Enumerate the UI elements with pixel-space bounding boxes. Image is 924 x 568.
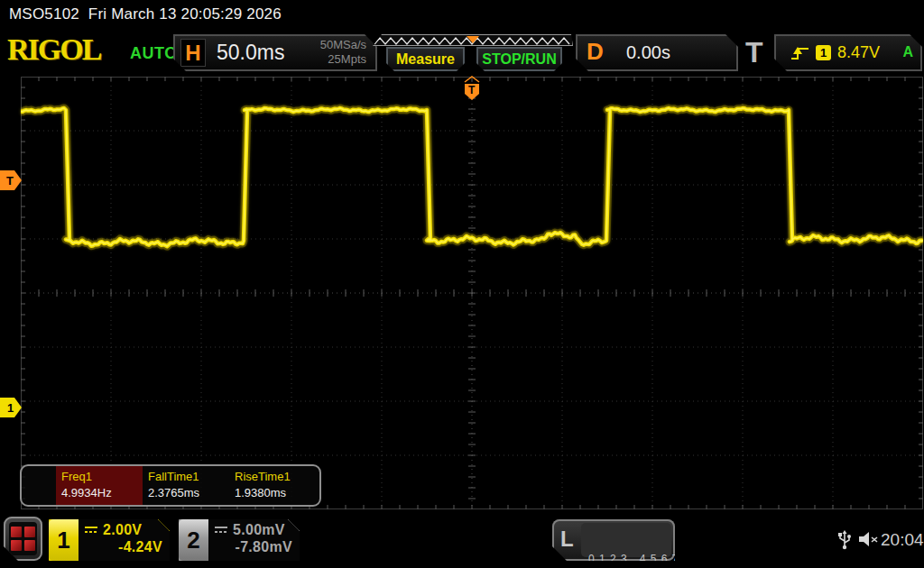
channel2-scale: 5.00mV bbox=[233, 522, 285, 538]
measurement-label: RiseTime1 bbox=[235, 470, 314, 483]
measurement-label: Freq1 bbox=[61, 470, 141, 483]
channel1-position-marker-label: 1 bbox=[7, 401, 14, 415]
datetime: Fri March 13 20:05:29 2026 bbox=[88, 5, 282, 23]
acquisition-mode-label: AUTO bbox=[130, 44, 178, 63]
measurement-value: 1.9380ms bbox=[235, 486, 314, 499]
waveform-display bbox=[21, 77, 923, 509]
measurement-label: FallTime1 bbox=[148, 470, 227, 483]
sample-rate-memdepth: 50MSa/s 25Mpts bbox=[320, 38, 366, 67]
oscilloscope-screen: MSO5102 Fri March 13 20:05:29 2026 RIGOL… bbox=[0, 0, 924, 568]
channel1-scale: 2.00V bbox=[103, 522, 142, 538]
logic-channels-row1: 0 1 2 3 4 5 6 7 bbox=[588, 553, 671, 566]
measure-button[interactable]: Measure bbox=[386, 47, 465, 71]
rigol-logo: RIGOL bbox=[7, 32, 100, 67]
sound-muted-icon[interactable] bbox=[857, 530, 879, 548]
trigger-source-badge: 1 bbox=[816, 45, 831, 60]
dc-coupling-icon bbox=[84, 526, 98, 535]
sample-rate: 50MSa/s bbox=[320, 38, 366, 52]
delay-value: 0.00s bbox=[626, 42, 670, 63]
menu-grid-button[interactable] bbox=[4, 517, 42, 561]
menu-grid-icon bbox=[9, 522, 37, 555]
dc-coupling-icon bbox=[214, 526, 228, 535]
memory-depth: 25Mpts bbox=[320, 52, 366, 67]
channel1-status-box[interactable]: 1 2.00V -4.24V bbox=[49, 519, 170, 561]
measurement-item-freq1[interactable]: Freq14.9934Hz bbox=[56, 466, 143, 505]
trigger-level-marker-label: T bbox=[6, 174, 14, 188]
usb-icon bbox=[837, 530, 852, 550]
trigger-sweep-mode: A bbox=[902, 44, 913, 60]
channel1-offset: -4.24V bbox=[84, 539, 162, 555]
delay-label: D bbox=[587, 38, 604, 66]
measurement-item-risetime1[interactable]: RiseTime11.9380ms bbox=[229, 466, 316, 505]
delay-panel[interactable]: D 0.00s bbox=[576, 34, 738, 71]
trigger-slope-icon bbox=[790, 44, 810, 62]
trigger-level-marker[interactable]: T bbox=[0, 169, 23, 191]
horizontal-label: H bbox=[180, 39, 206, 67]
channel2-number: 2 bbox=[179, 519, 208, 561]
memory-position-bar[interactable] bbox=[373, 34, 573, 46]
trigger-panel[interactable]: 1 8.47V A bbox=[774, 34, 922, 71]
logic-channel-list: 0 1 2 3 4 5 6 7 8 9 10 11 12 13 14 15 bbox=[581, 523, 671, 557]
measurement-value: 2.3765ms bbox=[148, 486, 227, 499]
measurement-value: 4.9934Hz bbox=[61, 486, 141, 499]
logic-analyzer-label: L bbox=[560, 527, 574, 552]
model-name: MSO5102 bbox=[9, 5, 79, 23]
horizontal-panel[interactable]: H 50.0ms 50MSa/s 25Mpts bbox=[173, 34, 377, 71]
measurement-item-falltime1[interactable]: FallTime12.3765ms bbox=[143, 466, 229, 505]
trigger-label: T bbox=[745, 36, 763, 69]
trigger-position-marker-label: T bbox=[468, 84, 476, 96]
channel2-offset: -7.80mV bbox=[214, 539, 292, 555]
channel2-status-box[interactable]: 2 5.00mV -7.80mV bbox=[179, 519, 300, 561]
titlebar: MSO5102 Fri March 13 20:05:29 2026 bbox=[9, 5, 282, 23]
logic-analyzer-status-box[interactable]: L 0 1 2 3 4 5 6 7 8 9 10 11 12 13 14 15 bbox=[552, 519, 675, 561]
memory-waveform-icon bbox=[373, 35, 573, 47]
trigger-level-value: 8.47V bbox=[837, 43, 880, 62]
stop-run-button[interactable]: STOP/RUN bbox=[476, 47, 562, 71]
ch1-trace bbox=[21, 77, 923, 509]
measurement-results-box[interactable]: Freq14.9934HzFallTime12.3765msRiseTime11… bbox=[20, 464, 321, 507]
timebase-value: 50.0ms bbox=[217, 41, 284, 65]
channel1-position-marker[interactable]: 1 bbox=[0, 397, 23, 418]
clock: 20:04 bbox=[881, 530, 924, 550]
trigger-position-marker[interactable]: T bbox=[462, 76, 482, 101]
channel1-number: 1 bbox=[49, 519, 79, 561]
